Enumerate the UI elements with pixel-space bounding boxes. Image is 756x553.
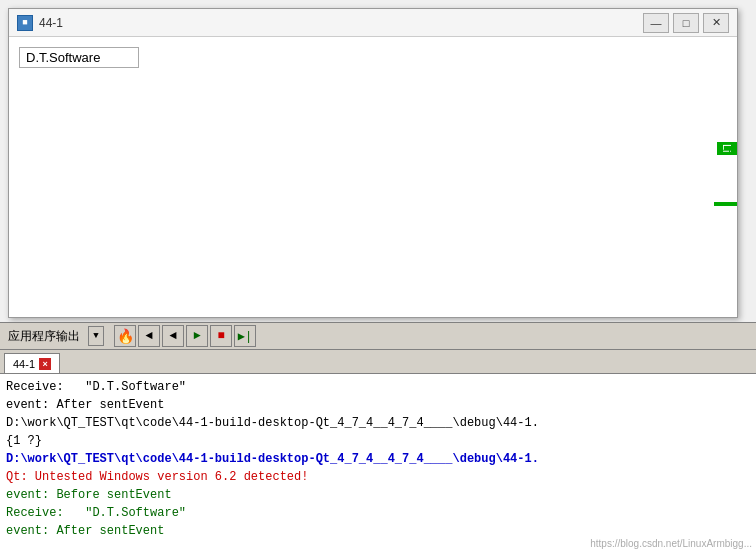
output-toolbar: 应用程序输出 ▼ 🔥 ◄ ◄ ► ■ ▶| <box>0 322 756 350</box>
output-dropdown-button[interactable]: ▼ <box>88 326 104 346</box>
title-left: ■ 44-1 <box>17 15 63 31</box>
main-window: ■ 44-1 — □ ✕ D.T.Software Li 事 <box>8 8 738 318</box>
title-bar: ■ 44-1 — □ ✕ <box>9 9 737 37</box>
toolbar-back-button[interactable]: ◄ <box>138 325 160 347</box>
toolbar-fire-button[interactable]: 🔥 <box>114 325 136 347</box>
minimize-button[interactable]: — <box>643 13 669 33</box>
toolbar-next-button[interactable]: ▶| <box>234 325 256 347</box>
maximize-button[interactable]: □ <box>673 13 699 33</box>
tab-close-button[interactable]: × <box>39 358 51 370</box>
watermark: https://blog.csdn.net/LinuxArmbigg... <box>590 538 752 549</box>
toolbar-prev-button[interactable]: ◄ <box>162 325 184 347</box>
console-tab[interactable]: 44-1 × <box>4 353 60 373</box>
tab-bar: 44-1 × <box>0 350 756 374</box>
console-line-7: Receive: "D.T.Software" <box>6 504 750 522</box>
window-body: D.T.Software Li 事 <box>9 37 737 317</box>
console-line-0: Receive: "D.T.Software" <box>6 378 750 396</box>
output-label: 应用程序输出 <box>4 328 84 345</box>
software-label: D.T.Software <box>19 47 139 68</box>
console-line-4: D:\work\QT_TEST\qt\code\44-1-build-deskt… <box>6 450 750 468</box>
toolbar-play-button[interactable]: ► <box>186 325 208 347</box>
window-title: 44-1 <box>39 16 63 30</box>
console-line-3: {1 ?} <box>6 432 750 450</box>
side-zh-element: 事 <box>714 202 737 206</box>
window-icon: ■ <box>17 15 33 31</box>
console-line-1: event: After sentEvent <box>6 396 750 414</box>
side-li-element: Li <box>717 142 737 155</box>
console-line-6: event: Before sentEvent <box>6 486 750 504</box>
toolbar-stop-button[interactable]: ■ <box>210 325 232 347</box>
console-line-2: D:\work\QT_TEST\qt\code\44-1-build-deskt… <box>6 414 750 432</box>
console-line-5: Qt: Untested Windows version 6.2 detecte… <box>6 468 750 486</box>
tab-label: 44-1 <box>13 358 35 370</box>
window-controls: — □ ✕ <box>643 13 729 33</box>
close-button[interactable]: ✕ <box>703 13 729 33</box>
output-console: Receive: "D.T.Software" event: After sen… <box>0 374 756 553</box>
